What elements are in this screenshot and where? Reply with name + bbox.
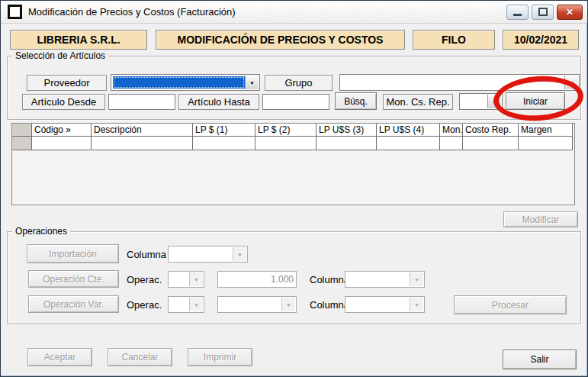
chevron-down-icon: ▼ <box>414 302 419 307</box>
close-icon: ✕ <box>566 8 574 17</box>
seleccion-articulos-group: Selección de Artículos Proveedor ▼ Grupo… <box>7 56 581 120</box>
mon-cs-rep-button[interactable]: Mon. Cs. Rep. <box>383 94 453 110</box>
chevron-down-icon: ▼ <box>492 99 497 104</box>
grid-cell[interactable] <box>92 137 193 150</box>
iniciar-button[interactable]: Iniciar <box>506 92 565 110</box>
columna-label-2: Columna <box>310 274 349 285</box>
importacion-columna-combobox[interactable]: ▼ <box>168 246 248 263</box>
cte-operac-value <box>170 273 189 285</box>
grupo-button[interactable]: Grupo <box>265 75 333 91</box>
mon-cs-rep-selected-value <box>461 95 487 108</box>
grid-data-row[interactable] <box>12 137 574 150</box>
chevron-down-icon: ▼ <box>286 302 291 307</box>
app-window: Modificación de Precios y Costos (Factur… <box>0 0 588 377</box>
operacion-var-button[interactable]: Operación Var. <box>28 295 119 313</box>
articulo-hasta-button[interactable]: Artículo Hasta <box>178 94 259 110</box>
importacion-columna-dropdown-button[interactable]: ▼ <box>233 247 246 261</box>
column-header-lp3[interactable]: LP U$S (3) <box>316 124 377 137</box>
window-controls: ✕ <box>503 5 583 20</box>
var-operando-value <box>220 298 281 311</box>
cte-columna-dropdown-button[interactable]: ▼ <box>410 272 423 286</box>
column-header-mon[interactable]: Mon. <box>440 124 463 137</box>
cte-factor-input[interactable] <box>217 271 297 288</box>
var-operac-dropdown-button[interactable]: ▼ <box>189 298 203 311</box>
grupo-combobox[interactable]: ▼ <box>339 74 580 91</box>
column-header-costo-rep[interactable]: Costo Rep. <box>463 124 519 137</box>
columna-label-1: Columna <box>127 249 166 260</box>
busqueda-button[interactable]: Búsq. <box>335 92 377 110</box>
window-icon <box>8 5 22 19</box>
chevron-down-icon: ▼ <box>194 277 199 282</box>
modificar-button[interactable]: Modificar <box>503 211 578 227</box>
operaciones-legend: Operaciones <box>12 226 70 237</box>
grupo-dropdown-button[interactable]: ▼ <box>564 76 578 89</box>
grid-corner-cell <box>12 124 32 137</box>
columna-label-3: Columna <box>310 299 349 311</box>
screen-title-box: MODIFICACIÓN DE PRECIOS Y COSTOS <box>156 30 405 50</box>
grid-header-row: Código » Descripción LP $ (1) LP $ (2) L… <box>12 124 574 137</box>
minimize-icon <box>513 14 522 16</box>
column-header-lp2[interactable]: LP $ (2) <box>255 124 316 137</box>
close-button[interactable]: ✕ <box>557 5 583 20</box>
column-header-lp4[interactable]: LP U$S (4) <box>377 124 440 137</box>
proveedor-selected-value <box>113 76 245 89</box>
operaciones-group: Operaciones Importación Columna ▼ Operac… <box>7 231 581 324</box>
terminal-box: FILO <box>413 30 495 50</box>
company-name-box: LIBRERIA S.R.L. <box>10 30 147 50</box>
row-selector-cell[interactable] <box>12 137 32 150</box>
proveedor-dropdown-button[interactable]: ▼ <box>245 76 259 89</box>
grid-cell[interactable] <box>519 137 573 150</box>
mon-cs-rep-combobox[interactable]: ▼ <box>459 93 503 110</box>
procesar-button[interactable]: Procesar <box>454 295 567 314</box>
grid-cell[interactable] <box>32 137 92 150</box>
articles-grid: Código » Descripción LP $ (1) LP $ (2) L… <box>11 123 575 205</box>
column-header-lp1[interactable]: LP $ (1) <box>193 124 255 137</box>
operacion-cte-button[interactable]: Operación Cte. <box>28 270 119 288</box>
var-operando-combobox[interactable]: ▼ <box>217 296 297 313</box>
imprimir-button[interactable]: Imprimir <box>188 348 252 366</box>
column-header-descripcion[interactable]: Descripción <box>92 124 193 137</box>
chevron-down-icon: ▼ <box>237 252 243 256</box>
proveedor-combobox[interactable]: ▼ <box>111 74 260 91</box>
cancelar-button[interactable]: Cancelar <box>108 348 172 366</box>
grupo-selected-value <box>342 76 564 89</box>
articulo-hasta-input[interactable] <box>262 94 329 110</box>
grid-cell[interactable] <box>440 137 463 150</box>
var-operac-value <box>170 298 189 311</box>
articulo-desde-input[interactable] <box>108 94 175 110</box>
grid-cell[interactable] <box>255 137 316 150</box>
cte-columna-value <box>347 273 410 285</box>
salir-button[interactable]: Salir <box>503 350 577 369</box>
grid-cell[interactable] <box>377 137 440 150</box>
var-columna-dropdown-button[interactable]: ▼ <box>410 298 423 311</box>
title-bar: Modificación de Precios y Costos (Factur… <box>1 1 587 24</box>
articulo-desde-button[interactable]: Artículo Desde <box>22 94 105 110</box>
chevron-down-icon: ▼ <box>414 277 419 282</box>
grid-cell[interactable] <box>463 137 519 150</box>
proveedor-button[interactable]: Proveedor <box>27 75 107 91</box>
seleccion-articulos-legend: Selección de Artículos <box>12 50 108 61</box>
restore-button[interactable] <box>532 5 554 20</box>
aceptar-button[interactable]: Aceptar <box>27 348 92 366</box>
minimize-button[interactable] <box>506 5 529 20</box>
var-columna-combobox[interactable]: ▼ <box>345 296 425 313</box>
mon-cs-rep-dropdown-button[interactable]: ▼ <box>487 95 501 108</box>
operac-label-2: Operac. <box>127 299 162 311</box>
chevron-down-icon: ▼ <box>569 80 574 85</box>
var-operando-dropdown-button[interactable]: ▼ <box>281 298 295 311</box>
restore-icon <box>538 8 548 16</box>
importacion-button[interactable]: Importación <box>27 244 119 263</box>
var-operac-combobox[interactable]: ▼ <box>168 296 204 313</box>
column-header-codigo[interactable]: Código » <box>32 124 92 137</box>
chevron-down-icon: ▼ <box>249 80 255 85</box>
operac-label-1: Operac. <box>127 274 162 285</box>
grid-cell[interactable] <box>316 137 377 150</box>
column-header-margen[interactable]: Margen <box>519 124 573 137</box>
date-box: 10/02/2021 <box>503 30 579 50</box>
var-columna-value <box>347 298 410 311</box>
cte-operac-dropdown-button[interactable]: ▼ <box>189 272 203 286</box>
grid-cell[interactable] <box>193 137 255 150</box>
cte-columna-combobox[interactable]: ▼ <box>345 271 425 288</box>
window-title: Modificación de Precios y Costos (Factur… <box>28 6 503 18</box>
cte-operac-combobox[interactable]: ▼ <box>168 271 204 288</box>
